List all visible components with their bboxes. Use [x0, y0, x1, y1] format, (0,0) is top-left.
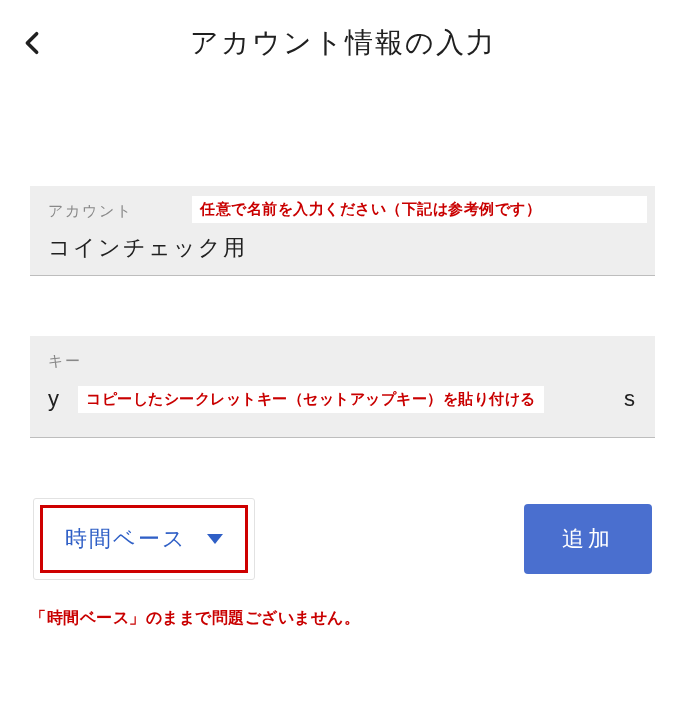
- back-icon[interactable]: [18, 29, 46, 57]
- type-dropdown-label: 時間ベース: [65, 524, 187, 554]
- type-dropdown[interactable]: 時間ベース: [40, 505, 248, 573]
- key-field: キー y s コピーしたシークレットキー（セットアップキー）を貼り付ける: [30, 336, 655, 438]
- account-annotation: 任意で名前を入力ください（下記は参考例です）: [192, 196, 647, 223]
- key-annotation: コピーしたシークレットキー（セットアップキー）を貼り付ける: [78, 386, 544, 413]
- key-value-right: s: [624, 386, 637, 412]
- type-note: 「時間ベース」のままで問題ございません。: [30, 608, 655, 629]
- header: アカウント情報の入力: [0, 0, 685, 86]
- key-label: キー: [48, 352, 637, 371]
- page-title: アカウント情報の入力: [46, 24, 639, 62]
- submit-button[interactable]: 追加: [524, 504, 652, 574]
- key-value-left: y: [48, 386, 61, 412]
- chevron-down-icon: [207, 534, 223, 544]
- content: アカウント 任意で名前を入力ください（下記は参考例です） キー y s コピーし…: [0, 86, 685, 629]
- account-input[interactable]: [48, 235, 637, 261]
- actions-row: 時間ベース 追加: [30, 498, 655, 580]
- type-dropdown-wrap: 時間ベース: [33, 498, 255, 580]
- account-field: アカウント 任意で名前を入力ください（下記は参考例です）: [30, 186, 655, 276]
